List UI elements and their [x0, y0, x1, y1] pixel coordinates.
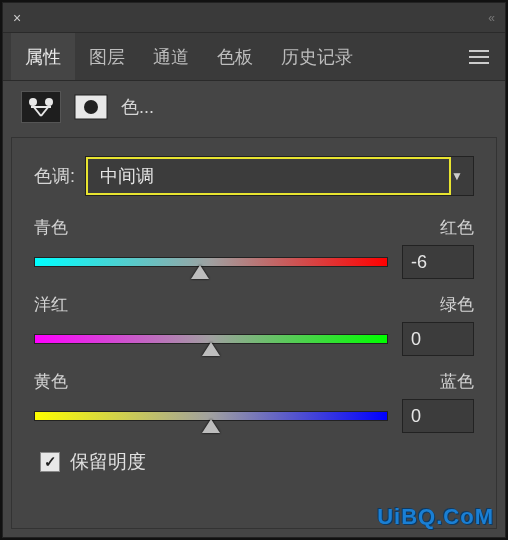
slider-track-yb[interactable] — [34, 411, 388, 421]
preserve-checkbox[interactable]: ✓ — [40, 452, 60, 472]
close-icon[interactable]: × — [13, 10, 21, 26]
slider-track-cr[interactable] — [34, 257, 388, 267]
label-yellow: 黄色 — [34, 370, 68, 393]
collapse-icon[interactable]: « — [488, 11, 495, 25]
tab-channels[interactable]: 通道 — [139, 33, 203, 80]
tone-select[interactable]: 中间调 ▼ — [85, 156, 474, 196]
adjustment-toolbar: 色... — [3, 81, 505, 127]
chevron-down-icon: ▼ — [451, 169, 463, 183]
content-area: 色调: 中间调 ▼ 青色 红色 -6 洋红 绿色 — [11, 137, 497, 529]
tab-layers[interactable]: 图层 — [75, 33, 139, 80]
tone-row: 色调: 中间调 ▼ — [34, 156, 474, 196]
slider-yellow-blue: 黄色 蓝色 0 — [34, 370, 474, 433]
tab-bar: 属性 图层 通道 色板 历史记录 — [3, 33, 505, 81]
slider-thumb-cr[interactable] — [191, 265, 209, 279]
watermark: UiBQ.CoM — [377, 504, 494, 530]
slider-thumb-mg[interactable] — [202, 342, 220, 356]
layer-mask-icon[interactable] — [71, 91, 111, 123]
value-cr[interactable]: -6 — [402, 245, 474, 279]
tab-swatches[interactable]: 色板 — [203, 33, 267, 80]
svg-point-1 — [45, 98, 53, 106]
preserve-luminosity-row: ✓ 保留明度 — [40, 449, 474, 475]
color-balance-icon[interactable] — [21, 91, 61, 123]
label-blue: 蓝色 — [440, 370, 474, 393]
slider-thumb-yb[interactable] — [202, 419, 220, 433]
svg-point-0 — [29, 98, 37, 106]
slider-cyan-red: 青色 红色 -6 — [34, 216, 474, 279]
titlebar: × « — [3, 3, 505, 33]
svg-point-6 — [84, 100, 98, 114]
label-green: 绿色 — [440, 293, 474, 316]
tone-select-value: 中间调 — [100, 164, 154, 188]
tone-label: 色调: — [34, 164, 75, 188]
value-mg[interactable]: 0 — [402, 322, 474, 356]
label-red: 红色 — [440, 216, 474, 239]
label-cyan: 青色 — [34, 216, 68, 239]
slider-track-mg[interactable] — [34, 334, 388, 344]
tab-history[interactable]: 历史记录 — [267, 33, 367, 80]
panel-menu-icon[interactable] — [461, 50, 497, 64]
slider-magenta-green: 洋红 绿色 0 — [34, 293, 474, 356]
preserve-label: 保留明度 — [70, 449, 146, 475]
properties-panel: × « 属性 图层 通道 色板 历史记录 — [2, 2, 506, 538]
adjustment-name: 色... — [121, 95, 154, 119]
tab-properties[interactable]: 属性 — [11, 33, 75, 80]
value-yb[interactable]: 0 — [402, 399, 474, 433]
label-magenta: 洋红 — [34, 293, 68, 316]
